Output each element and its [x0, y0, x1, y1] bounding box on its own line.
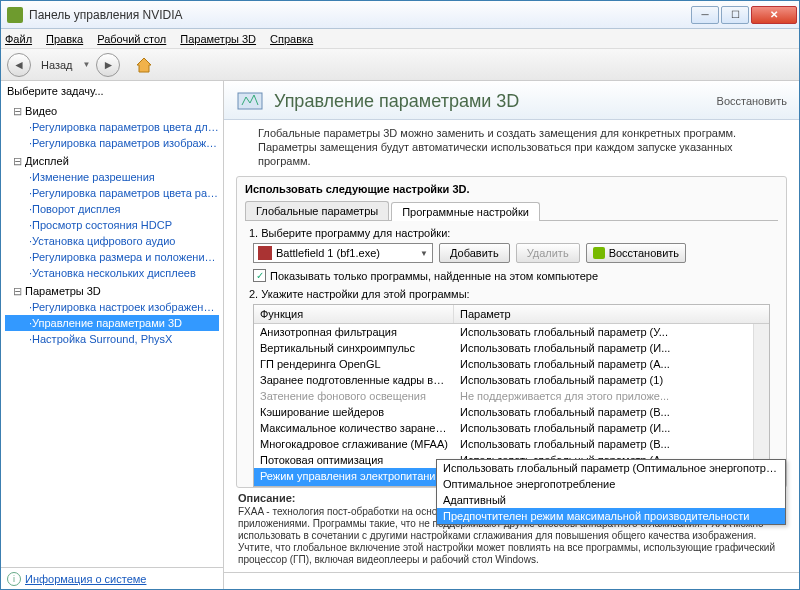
settings-tabs: Глобальные параметрыПрограммные настройк… — [245, 201, 778, 221]
col-parameter[interactable]: Параметр — [454, 305, 769, 323]
tree-item[interactable]: ·Установка нескольких дисплеев — [5, 265, 219, 281]
program-name: Battlefield 1 (bf1.exe) — [276, 247, 380, 259]
show-found-label: Показывать только программы, найденные н… — [270, 270, 598, 282]
program-icon — [258, 246, 272, 260]
grid-row[interactable]: Многокадровое сглаживание (MFAA)Использо… — [254, 436, 769, 452]
nvidia-dot-icon — [593, 247, 605, 259]
window-title: Панель управления NVIDIA — [29, 8, 689, 22]
page-description: Глобальные параметры 3D можно заменить и… — [224, 120, 799, 176]
grid-row[interactable]: Максимальное количество заранее под...Ис… — [254, 420, 769, 436]
menu-params3d[interactable]: Параметры 3D — [180, 33, 256, 45]
grid-row[interactable]: Заранее подготовленные кадры вирту...Исп… — [254, 372, 769, 388]
menu-file[interactable]: Файл — [5, 33, 32, 45]
tree-item[interactable]: ·Регулировка размера и положения рабо — [5, 249, 219, 265]
tree-item[interactable]: ·Поворот дисплея — [5, 201, 219, 217]
grid-row[interactable]: Кэширование шейдеровИспользовать глобаль… — [254, 404, 769, 420]
nav-back-label: Назад — [41, 59, 73, 71]
tree-item[interactable]: ·Управление параметрами 3D — [5, 315, 219, 331]
tree-item[interactable]: ·Просмотр состояния HDCP — [5, 217, 219, 233]
info-icon: i — [7, 572, 21, 586]
tree-group[interactable]: Дисплей — [5, 153, 219, 169]
home-icon[interactable] — [134, 55, 154, 75]
remove-button: Удалить — [516, 243, 580, 263]
nav-back-button[interactable]: ◄ — [7, 53, 31, 77]
menu-edit[interactable]: Правка — [46, 33, 83, 45]
bottom-bar — [224, 572, 799, 589]
menubar: Файл Правка Рабочий стол Параметры 3D Сп… — [1, 29, 799, 49]
show-found-checkbox[interactable]: ✓ — [253, 269, 266, 282]
tree-group[interactable]: Параметры 3D — [5, 283, 219, 299]
restore-defaults-link[interactable]: Восстановить — [717, 95, 787, 107]
nvidia-icon — [7, 7, 23, 23]
grid-row[interactable]: Затенение фонового освещенияНе поддержив… — [254, 388, 769, 404]
step2-label: 2. Укажите настройки для этой программы: — [249, 288, 778, 300]
tab[interactable]: Глобальные параметры — [245, 201, 389, 220]
dropdown-option[interactable]: Предпочтителен режим максимальной произв… — [437, 508, 785, 524]
dropdown-option[interactable]: Оптимальное энергопотребление — [437, 476, 785, 492]
tab[interactable]: Программные настройки — [391, 202, 540, 221]
dropdown-option[interactable]: Адаптивный — [437, 492, 785, 508]
tree-item[interactable]: ·Настройка Surround, PhysX — [5, 331, 219, 347]
chevron-down-icon: ▼ — [420, 249, 428, 258]
tree-item[interactable]: ·Регулировка параметров цвета для вид — [5, 119, 219, 135]
maximize-button[interactable]: ☐ — [721, 6, 749, 24]
tree-item[interactable]: ·Изменение разрешения — [5, 169, 219, 185]
close-button[interactable]: ✕ — [751, 6, 797, 24]
menu-help[interactable]: Справка — [270, 33, 313, 45]
grid-row[interactable]: Вертикальный синхроимпульсИспользовать г… — [254, 340, 769, 356]
nav-forward-button[interactable]: ► — [96, 53, 120, 77]
tree-item[interactable]: ·Регулировка параметров изображения д — [5, 135, 219, 151]
grid-row[interactable]: ГП рендеринга OpenGLИспользовать глобаль… — [254, 356, 769, 372]
page-icon — [236, 87, 264, 115]
tree-item[interactable]: ·Регулировка параметров цвета рабочег — [5, 185, 219, 201]
menu-desktop[interactable]: Рабочий стол — [97, 33, 166, 45]
power-mode-dropdown[interactable]: Использовать глобальный параметр (Оптима… — [436, 459, 786, 525]
page-title: Управление параметрами 3D — [274, 91, 707, 112]
tree-item[interactable]: ·Регулировка настроек изображения с пр — [5, 299, 219, 315]
system-info-link[interactable]: Информация о системе — [25, 573, 146, 585]
col-function[interactable]: Функция — [254, 305, 454, 323]
restore-program-button[interactable]: Восстановить — [586, 243, 686, 263]
tree-group[interactable]: Видео — [5, 103, 219, 119]
grid-row[interactable]: Анизотропная фильтрацияИспользовать глоб… — [254, 324, 769, 340]
sidebar-header: Выберите задачу... — [1, 81, 223, 101]
svg-rect-0 — [238, 93, 262, 109]
nav-history-dropdown[interactable]: ▼ — [83, 60, 91, 69]
add-button[interactable]: Добавить — [439, 243, 510, 263]
task-tree: Видео·Регулировка параметров цвета для в… — [1, 101, 223, 567]
tree-item[interactable]: ·Установка цифрового аудио — [5, 233, 219, 249]
settings-caption: Использовать следующие настройки 3D. — [245, 183, 778, 195]
program-select[interactable]: Battlefield 1 (bf1.exe) ▼ — [253, 243, 433, 263]
minimize-button[interactable]: ─ — [691, 6, 719, 24]
dropdown-option[interactable]: Использовать глобальный параметр (Оптима… — [437, 460, 785, 476]
step1-label: 1. Выберите программу для настройки: — [249, 227, 778, 239]
